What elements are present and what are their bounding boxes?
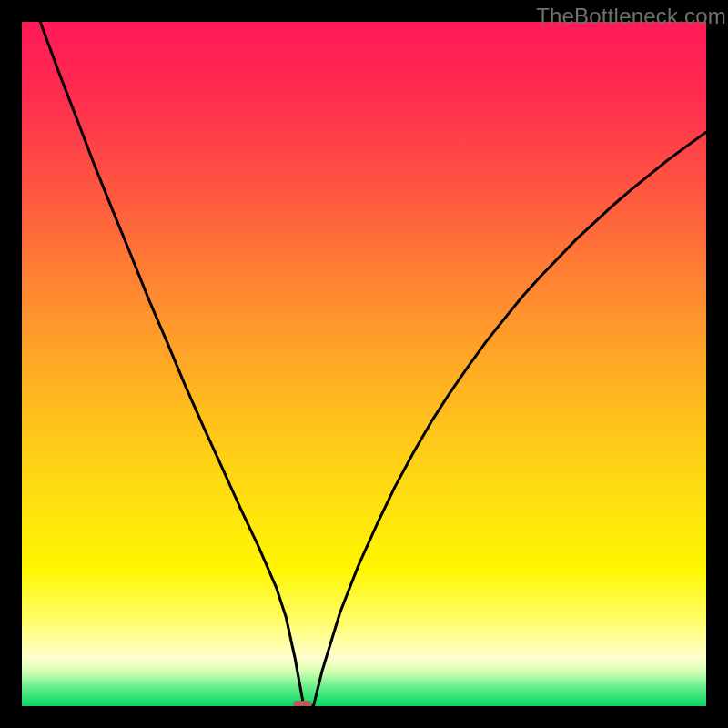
curve-layer	[22, 22, 706, 706]
optimal-marker	[293, 701, 311, 706]
watermark-text: TheBottleneck.com	[536, 4, 726, 29]
plot-area	[22, 22, 706, 706]
chart-frame: TheBottleneck.com	[0, 0, 728, 728]
bottleneck-curve	[22, 22, 706, 706]
